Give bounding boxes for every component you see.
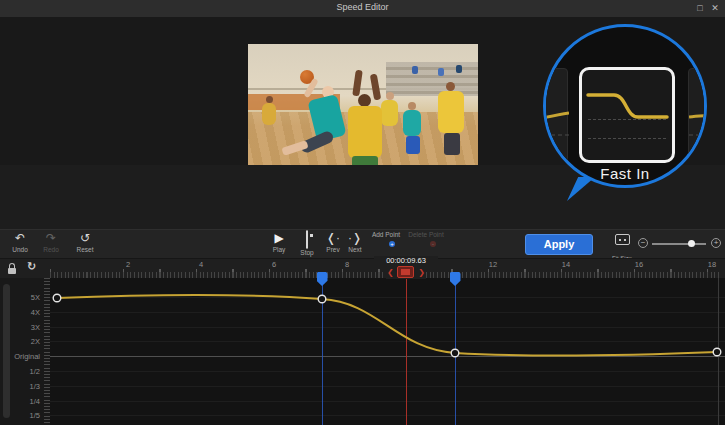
player: [446, 82, 455, 91]
apply-button[interactable]: Apply: [525, 234, 593, 255]
speed-editor-window: Speed Editor □ ✕: [0, 0, 725, 425]
scale-label-2x: 2X: [31, 337, 40, 346]
stop-icon: [306, 230, 308, 249]
zoom-in-icon[interactable]: +: [711, 238, 721, 248]
scale-label-1-4: 1/4: [30, 396, 40, 405]
player: [406, 136, 420, 154]
scrub-left-icon[interactable]: ❮: [387, 267, 394, 278]
lock-icon[interactable]: [8, 263, 16, 274]
fit-size-icon: [615, 234, 630, 245]
reset-icon: ↺: [70, 231, 100, 246]
toolbar: ↶ Undo ↷ Redo ↺ Reset ▶ Play Stop ❬· Pre…: [0, 229, 725, 258]
player: [381, 100, 398, 126]
close-icon[interactable]: ✕: [708, 2, 722, 15]
player-arm: [352, 70, 363, 97]
plus-badge: +: [389, 241, 395, 247]
scale-label-4x: 4X: [31, 307, 40, 316]
play-icon: ▶: [264, 231, 294, 246]
ruler-number: 14: [562, 260, 570, 269]
next-button[interactable]: ·❭ Next: [340, 231, 370, 253]
delete-point-button[interactable]: - Delete Point: [404, 231, 448, 238]
reset-button[interactable]: ↺ Reset: [70, 231, 100, 253]
gridline: [588, 138, 666, 139]
fast-in-preset-zoomed: [579, 67, 675, 163]
player: [438, 91, 464, 133]
redo-button[interactable]: ↷ Redo: [36, 231, 66, 253]
ruler-number: 4: [199, 260, 203, 269]
add-point-button[interactable]: + Add Point: [368, 231, 404, 238]
timeline-ruler[interactable]: ↻ 24681012141618 00:00:09.63 ❮ ❯: [0, 258, 725, 278]
scale-label-1-3: 1/3: [30, 381, 40, 390]
scale-label-1-2: 1/2: [30, 367, 40, 376]
ruler-number: 12: [489, 260, 497, 269]
player-arm: [370, 74, 381, 101]
player: [403, 110, 421, 136]
speed-scale-column: 5X4X3X2XOriginal1/21/31/41/5: [0, 278, 50, 425]
window-title: Speed Editor: [0, 2, 725, 12]
spectator: [412, 66, 418, 74]
player: [408, 102, 416, 110]
ruler-number: 2: [126, 260, 130, 269]
player: [262, 103, 276, 125]
undo-icon: ↶: [5, 231, 35, 246]
preview-panel: Fast In: [0, 17, 725, 165]
bleachers: [386, 62, 478, 96]
player: [386, 92, 394, 100]
playhead-timestamp: 00:00:09.63: [374, 256, 438, 266]
player-jersey-yellow: [348, 106, 382, 158]
redo-icon: ↷: [36, 231, 66, 246]
spectator: [438, 68, 444, 76]
vertical-scrollbar[interactable]: [3, 284, 10, 418]
scrub-right-icon[interactable]: ❯: [418, 267, 425, 278]
speed-curve-graph[interactable]: 5X4X3X2XOriginal1/21/31/41/5: [0, 278, 725, 425]
gridline: [588, 119, 666, 120]
ruler-number: 8: [345, 260, 349, 269]
ruler-number: 18: [708, 260, 716, 269]
zoom-slider-track[interactable]: [652, 243, 706, 245]
lock-body: [8, 268, 16, 274]
scale-label-original: Original: [14, 352, 40, 361]
ruler-number: 6: [272, 260, 276, 269]
zoom-slider-handle[interactable]: [688, 240, 695, 247]
preset-fragment-right: [688, 68, 707, 162]
scrub-handle[interactable]: [397, 266, 414, 278]
scale-label-1-5: 1/5: [30, 411, 40, 420]
next-icon: ·❭: [340, 231, 370, 246]
ruler-number: 16: [635, 260, 643, 269]
speed-curve[interactable]: [50, 278, 725, 425]
scale-label-5x: 5X: [31, 293, 40, 302]
play-button[interactable]: ▶ Play: [264, 231, 294, 253]
minus-badge: -: [430, 241, 436, 247]
preset-fragment-left: [543, 68, 568, 162]
zoom-callout: Fast In: [543, 24, 707, 188]
player: [444, 133, 460, 155]
maximize-icon[interactable]: □: [693, 2, 707, 15]
scale-label-3x: 3X: [31, 322, 40, 331]
title-bar: Speed Editor □ ✕: [0, 0, 725, 17]
undo-button[interactable]: ↶ Undo: [5, 231, 35, 253]
spectator: [456, 65, 462, 73]
refresh-icon[interactable]: ↻: [27, 260, 36, 273]
zoom-out-icon[interactable]: −: [638, 238, 648, 248]
player: [266, 96, 273, 103]
video-preview: [248, 44, 478, 180]
